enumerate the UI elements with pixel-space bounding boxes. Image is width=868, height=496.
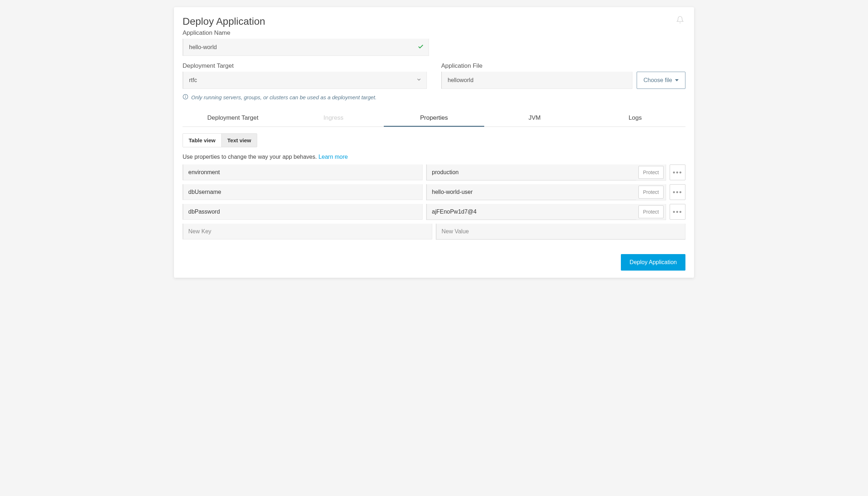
view-toggle: Table view Text view: [183, 133, 257, 147]
tabs-bar: Deployment Target Ingress Properties JVM…: [183, 109, 685, 127]
info-note: Only running servers, groups, or cluster…: [183, 94, 685, 101]
protect-button[interactable]: Protect: [638, 186, 664, 199]
tab-ingress: Ingress: [283, 109, 383, 127]
deploy-target-label: Deployment Target: [183, 62, 427, 70]
page-title: Deploy Application: [183, 16, 685, 27]
property-row: Protect •••: [183, 204, 685, 220]
property-value-input[interactable]: [426, 204, 636, 220]
ellipsis-icon: •••: [673, 188, 682, 196]
property-new-row: [183, 224, 685, 240]
properties-table: Protect ••• Protect •••: [183, 164, 685, 240]
new-key-input[interactable]: [183, 224, 432, 239]
svg-point-2: [185, 95, 186, 96]
deploy-application-button[interactable]: Deploy Application: [621, 254, 685, 271]
app-file-label: Application File: [441, 62, 685, 70]
property-value-input[interactable]: [426, 184, 636, 200]
more-options-button[interactable]: •••: [670, 184, 685, 200]
choose-file-button[interactable]: Choose file: [637, 72, 685, 89]
tab-deployment-target[interactable]: Deployment Target: [183, 109, 283, 127]
tab-jvm[interactable]: JVM: [484, 109, 585, 127]
deploy-application-card: Deploy Application Application Name Depl…: [174, 7, 694, 278]
ellipsis-icon: •••: [673, 208, 682, 216]
property-value-input[interactable]: [426, 164, 636, 180]
property-key-input[interactable]: [183, 164, 423, 180]
app-name-label: Application Name: [183, 29, 429, 37]
protect-button[interactable]: Protect: [638, 166, 664, 179]
text-view-button[interactable]: Text view: [221, 134, 257, 147]
footer: Deploy Application: [183, 254, 685, 271]
learn-more-link[interactable]: Learn more: [319, 154, 348, 160]
property-key-input[interactable]: [183, 184, 423, 200]
deploy-target-select[interactable]: [183, 72, 427, 89]
info-note-text: Only running servers, groups, or cluster…: [191, 94, 377, 100]
property-row: Protect •••: [183, 164, 685, 181]
protect-button[interactable]: Protect: [638, 205, 664, 218]
property-key-input[interactable]: [183, 204, 423, 220]
ellipsis-icon: •••: [673, 168, 682, 177]
more-options-button[interactable]: •••: [670, 204, 685, 220]
property-row: Protect •••: [183, 184, 685, 200]
tab-properties[interactable]: Properties: [384, 109, 484, 127]
new-value-input[interactable]: [437, 224, 685, 239]
table-view-button[interactable]: Table view: [183, 134, 221, 147]
info-icon: [183, 94, 188, 101]
app-name-input[interactable]: [183, 39, 429, 56]
check-icon: [418, 43, 424, 51]
tab-logs[interactable]: Logs: [585, 109, 685, 127]
notifications-bell-icon[interactable]: [676, 16, 684, 25]
caret-down-icon: [675, 79, 679, 81]
choose-file-label: Choose file: [643, 77, 672, 84]
properties-help-text: Use properties to change the way your ap…: [183, 154, 685, 160]
app-file-input[interactable]: [441, 72, 632, 89]
more-options-button[interactable]: •••: [670, 164, 685, 180]
